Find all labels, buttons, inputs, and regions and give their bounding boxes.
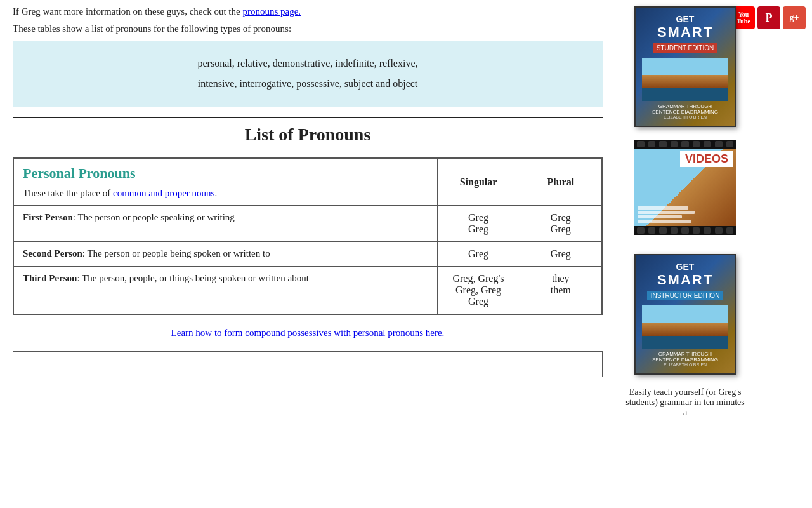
table-row <box>13 352 603 377</box>
student-book-image <box>642 58 728 101</box>
perf <box>648 141 656 147</box>
second-person-label: Second Person: The person or people bein… <box>13 242 437 267</box>
instructor-book-author: ELIZABETH O'BRIEN <box>664 363 707 367</box>
pronoun-types-box: personal, relative, demonstrative, indef… <box>13 41 603 107</box>
perf <box>637 141 645 147</box>
first-person-label: First Person: The person or people speak… <box>13 206 437 242</box>
pronouns-page-link[interactable]: pronouns page. <box>242 6 301 17</box>
student-book-smart: SMART <box>657 24 713 41</box>
pinterest-icon[interactable]: P <box>757 6 780 29</box>
compound-possessives-link[interactable]: Learn how to form compound possessives w… <box>13 328 603 338</box>
perf <box>681 141 689 147</box>
perf <box>704 227 711 234</box>
types-line-2: intensive, interrogative, possessive, su… <box>38 74 577 94</box>
personal-pronouns-title: Personal Pronouns <box>23 165 428 182</box>
bottom-table <box>13 351 603 377</box>
perf <box>704 141 711 147</box>
perf <box>715 227 723 234</box>
table-header-row: Personal Pronouns These take the place o… <box>13 158 602 206</box>
teach-yourself-text: Easily teach yourself (or Greg's student… <box>622 387 749 418</box>
perf <box>659 141 667 147</box>
reel-perforations-bottom <box>634 226 736 235</box>
intro-paragraph: If Greg want more information on these g… <box>13 6 603 17</box>
table-row: Third Person: The person, people, or thi… <box>13 267 602 315</box>
videos-widget[interactable]: VIDEOS <box>634 140 736 241</box>
table-row: Second Person: The person or people bein… <box>13 242 602 267</box>
perf <box>726 227 734 234</box>
video-reel-content: VIDEOS <box>634 149 736 226</box>
instructor-book-subtitle: GRAMMAR THROUGHSENTENCE DIAGRAMMING <box>652 351 718 363</box>
student-book[interactable]: GET SMART STUDENT EDITION GRAMMAR THROUG… <box>634 6 736 127</box>
reel-perforations-top <box>634 140 736 149</box>
perf <box>681 227 689 234</box>
common-proper-nouns-link[interactable]: common and proper nouns <box>113 188 214 198</box>
types-line-1: personal, relative, demonstrative, indef… <box>38 53 577 74</box>
first-person-plural: GregGreg <box>520 206 602 242</box>
perf <box>726 141 734 147</box>
perf <box>637 227 645 234</box>
table-row: First Person: The person or people speak… <box>13 206 602 242</box>
pronouns-table: Personal Pronouns These take the place o… <box>13 157 603 315</box>
perf <box>693 227 700 234</box>
video-text-lines <box>638 206 695 223</box>
bottom-table-cell-right <box>308 352 603 377</box>
instructor-book-get: GET <box>676 262 695 272</box>
main-content: If Greg want more information on these g… <box>0 0 615 508</box>
instructor-book-image <box>642 305 728 349</box>
student-book-get: GET <box>676 14 695 24</box>
col-singular-header: Singular <box>437 158 520 206</box>
student-book-author: ELIZABETH O'BRIEN <box>664 115 707 119</box>
third-person-plural: theythem <box>520 267 602 315</box>
first-person-singular: GregGreg <box>437 206 520 242</box>
section-title: List of Pronouns <box>13 124 603 145</box>
instructor-book-edition: INSTRUCTOR EDITION <box>647 291 724 300</box>
perf <box>715 141 723 147</box>
col-plural-header: Plural <box>520 158 602 206</box>
bottom-table-cell-left <box>13 352 308 377</box>
instructor-book[interactable]: GET SMART INSTRUCTOR EDITION GRAMMAR THR… <box>634 254 736 375</box>
instructor-book-smart: SMART <box>657 272 713 288</box>
personal-header-cell: Personal Pronouns These take the place o… <box>13 158 437 206</box>
perf <box>693 141 700 147</box>
videos-label: VIDEOS <box>680 151 733 167</box>
student-book-subtitle: GRAMMAR THROUGHSENTENCE DIAGRAMMING <box>652 104 718 115</box>
third-person-singular: Greg, Greg'sGreg, GregGreg <box>437 267 520 315</box>
perf <box>671 141 678 147</box>
types-intro-text: These tables show a list of pronouns for… <box>13 23 603 34</box>
perf <box>671 227 678 234</box>
third-person-label: Third Person: The person, people, or thi… <box>13 267 437 315</box>
perf <box>648 227 656 234</box>
second-person-plural: Greg <box>520 242 602 267</box>
googleplus-icon[interactable]: g+ <box>783 6 806 29</box>
student-book-edition: STUDENT EDITION <box>653 43 717 53</box>
video-reel: VIDEOS <box>634 140 736 235</box>
personal-header-desc: These take the place of common and prope… <box>23 188 428 199</box>
sidebar: GET SMART STUDENT EDITION GRAMMAR THROUG… <box>615 0 755 508</box>
second-person-singular: Greg <box>437 242 520 267</box>
perf <box>659 227 667 234</box>
section-divider <box>13 117 603 118</box>
